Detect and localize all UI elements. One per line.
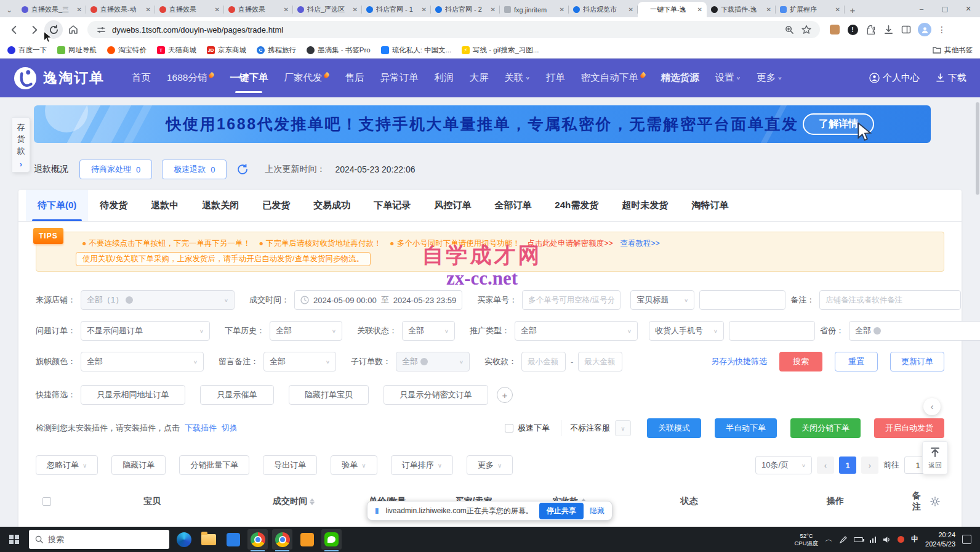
extensions-puzzle-icon[interactable] [864, 23, 877, 36]
speed-order-checkbox-group[interactable]: 极速下单 [505, 423, 550, 434]
relation-mode-button[interactable]: 关联模式 [647, 418, 701, 438]
batch-distribution-button[interactable]: 分销批量下单 [179, 455, 249, 475]
update-orders-button[interactable]: 更新订单 [890, 352, 944, 371]
tab-order-history[interactable]: 下单记录 [362, 190, 422, 221]
tab-close-icon[interactable]: ✕ [629, 6, 633, 13]
taskbar-chrome2-icon[interactable] [272, 529, 292, 550]
province-select[interactable]: 全部∨ [849, 321, 980, 341]
reset-button[interactable]: 重置 [835, 352, 878, 371]
bookmark-item[interactable]: T天猫商城 [157, 46, 196, 55]
tab-close-icon[interactable]: ✕ [353, 6, 358, 13]
auto-ship-button[interactable]: 开启自动发货 [874, 418, 944, 438]
order-history-select[interactable]: 全部∨ [270, 321, 342, 341]
bookmark-star-icon[interactable] [800, 23, 813, 36]
phone-input[interactable] [729, 321, 815, 341]
browser-tab[interactable]: 直播效果-动✕ [86, 2, 155, 17]
notification-center-icon[interactable] [962, 535, 971, 544]
browser-tab[interactable]: 扩展程序✕ [776, 2, 845, 17]
nav-print[interactable]: 打单 [546, 71, 565, 84]
order-no-input[interactable] [522, 290, 621, 310]
quick-filter-cipher-orders[interactable]: 只显示分销密文订单 [384, 385, 488, 405]
semi-auto-order-button[interactable]: 半自动下单 [715, 418, 777, 438]
nav-abnormal[interactable]: 异常订单 [380, 71, 418, 84]
tray-expand-icon[interactable]: ︿ [825, 534, 833, 545]
user-center[interactable]: 个人中心 [869, 72, 920, 84]
cpu-temp-widget[interactable]: 52°CCPU温度 [795, 532, 819, 547]
tray-pen-icon[interactable] [840, 536, 847, 543]
problem-order-select[interactable]: 不显示问题订单∨ [81, 321, 210, 341]
back-to-top-widget[interactable]: 返回 [922, 441, 948, 474]
ime-indicator[interactable]: 中 [911, 534, 918, 545]
phone-field-select[interactable]: 收货人手机号∨ [649, 321, 724, 341]
bookmark-item[interactable]: 百度一下 [7, 46, 47, 55]
tab-24h-ship[interactable]: 24h需发货 [543, 190, 610, 221]
quick-filter-same-address[interactable]: 只显示相同地址订单 [81, 385, 185, 405]
current-page[interactable]: 1 [839, 457, 856, 474]
split-view-icon[interactable] [900, 23, 912, 36]
order-sort-button[interactable]: 订单排序∨ [391, 455, 453, 475]
remark-input[interactable] [819, 290, 961, 310]
relation-status-select[interactable]: 全部∨ [402, 321, 455, 341]
start-button[interactable] [4, 529, 25, 550]
hide-orders-button[interactable]: 隐藏订单 [111, 455, 166, 475]
title-field-select[interactable]: 宝贝标题∨ [630, 290, 694, 310]
deal-time-range[interactable]: 2024-05-09 00:00至2024-05-23 23:59 [294, 290, 462, 310]
profile-avatar[interactable] [918, 23, 931, 36]
view-tutorial-link[interactable]: 查看教程>> [620, 239, 660, 248]
tab-close-icon[interactable]: ✕ [215, 6, 220, 13]
taskbar-explorer-icon[interactable] [198, 529, 219, 550]
next-page-button[interactable]: › [861, 457, 878, 474]
maximize-button[interactable]: ▢ [933, 0, 957, 17]
taskbar-search[interactable]: 搜索 [29, 530, 169, 549]
promo-type-select[interactable]: 全部∨ [515, 321, 638, 341]
save-quick-filter-link[interactable]: 另存为快捷筛选 [711, 356, 767, 367]
browser-tab[interactable]: 抖店观览市✕ [569, 2, 638, 17]
alert-extension-icon[interactable]: ! [846, 23, 859, 36]
other-bookmarks[interactable]: 其他书签 [933, 46, 973, 55]
taskbar-edge-icon[interactable] [174, 529, 194, 550]
bookmark-item[interactable]: C携程旅行 [257, 46, 296, 55]
ignore-orders-button[interactable]: 忽略订单∨ [36, 455, 98, 475]
tab-search-icon[interactable]: ⌄ [1, 2, 17, 17]
address-bar[interactable]: dywebs.1tsoft.com/douyin-web/pages/trade… [87, 21, 820, 38]
tab-taote[interactable]: 淘特订单 [680, 190, 740, 221]
nav-settings[interactable]: 设置∨ [715, 71, 741, 84]
browser-tab[interactable]: 直播效果✕ [155, 2, 224, 17]
download-tray-icon[interactable] [882, 23, 894, 36]
nav-one-click-order[interactable]: 一键下单 [230, 71, 268, 84]
extension-icon[interactable] [829, 23, 841, 36]
bookmark-item[interactable]: 网址导航 [57, 46, 97, 55]
download-plugin-link[interactable]: 下载插件 [185, 423, 217, 434]
nav-1688[interactable]: 1688分销 [167, 71, 214, 84]
tab-close-icon[interactable]: ✕ [146, 6, 151, 13]
new-tab-button[interactable]: + [845, 2, 861, 17]
tab-close-icon[interactable]: ✕ [422, 6, 427, 13]
browser-tab[interactable]: 下载插件-逸✕ [707, 2, 776, 17]
search-button[interactable]: 搜索 [779, 352, 822, 371]
tab-close-icon[interactable]: ✕ [835, 6, 840, 13]
max-amount-input[interactable] [578, 352, 622, 371]
source-shop-select[interactable]: 全部（1）∨ [81, 290, 235, 310]
add-quick-filter-icon[interactable]: + [497, 387, 513, 403]
stock-drawer-tab[interactable]: 存货款 › [12, 117, 30, 172]
browser-tab[interactable]: 抖店官网 - 2✕ [431, 2, 500, 17]
nav-relation[interactable]: 关联∨ [504, 71, 529, 84]
nav-home[interactable]: 首页 [132, 71, 151, 84]
scrollbar[interactable] [976, 97, 979, 527]
page-size-select[interactable]: 10条/页∨ [755, 456, 812, 474]
min-amount-input[interactable] [521, 352, 566, 371]
bookmark-item[interactable]: JD京东商城 [207, 46, 246, 55]
tab-close-icon[interactable]: ✕ [77, 6, 82, 13]
nav-profit[interactable]: 利润 [434, 71, 453, 84]
table-settings-gear-icon[interactable] [921, 496, 949, 507]
title-keyword-input[interactable] [699, 290, 785, 310]
tab-success[interactable]: 交易成功 [302, 190, 362, 221]
minimize-button[interactable]: – [910, 0, 933, 17]
tab-refund-closed[interactable]: 退款关闭 [190, 190, 251, 221]
tab-close-icon[interactable]: ✕ [284, 6, 289, 13]
collapse-panel-icon[interactable]: ‹ [923, 398, 941, 415]
tab-overdue[interactable]: 超时未发货 [610, 190, 680, 221]
home-icon[interactable] [64, 20, 82, 39]
stop-sharing-button[interactable]: 停止共享 [539, 503, 584, 519]
verify-order-button[interactable]: 验单∨ [331, 455, 377, 475]
